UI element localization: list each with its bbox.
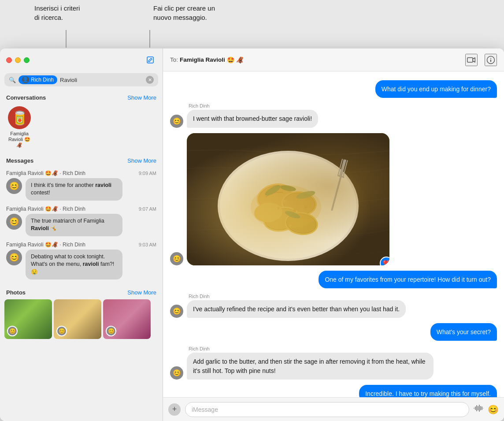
search-clear-button[interactable]: ✕ <box>146 76 154 84</box>
bubble-wrap: Rich Dinh Add garlic to the butter, and … <box>187 346 434 380</box>
msg-item-header: Famiglia Ravioli 🤩🦧 · Rich Dinh 9:07 AM <box>6 206 156 212</box>
svg-point-24 <box>293 209 296 212</box>
chat-to-label: To: <box>170 56 178 63</box>
bubble-wrap: Rich Dinh I went with that browned-butte… <box>187 103 318 127</box>
incoming-bubble: I've actually refined the recipe and it'… <box>187 300 406 318</box>
search-icon: 🔍 <box>9 77 16 83</box>
maximize-button[interactable] <box>24 57 30 63</box>
svg-point-12 <box>281 190 318 217</box>
svg-rect-32 <box>341 160 346 177</box>
svg-point-28 <box>251 185 321 229</box>
svg-point-27 <box>289 224 292 227</box>
chat-avatar: 😊 <box>170 366 183 380</box>
message-row-image: 😊 <box>170 133 497 265</box>
msg-item-header: Famiglia Ravioli 🤩🦧 · Rich Dinh 9:03 AM <box>6 242 156 248</box>
bubble-wrap: Rich Dinh I've actually refined the reci… <box>187 294 406 318</box>
photo-thumb-3[interactable]: 😊 <box>103 299 151 339</box>
audio-icon[interactable] <box>474 405 483 414</box>
search-tag-avatar: 👤 <box>22 76 29 83</box>
add-attachment-button[interactable]: + <box>168 403 181 416</box>
svg-point-11 <box>256 182 294 212</box>
svg-point-8 <box>218 151 359 261</box>
msg-avatar: 😊 <box>6 250 22 265</box>
svg-rect-2 <box>147 57 153 63</box>
outgoing-bubble: Incredible. I have to try making this fo… <box>359 385 497 397</box>
bubble-wrap: What's your secret? <box>430 323 497 341</box>
photo-thumb-2[interactable]: 😊 <box>54 299 101 339</box>
message-item[interactable]: Famiglia Ravioli 🤩🦧 · Rich Dinh 9:09 AM … <box>4 168 158 203</box>
message-input-field[interactable]: iMessage <box>185 402 469 417</box>
outgoing-bubble: One of my favorites from your repertoire… <box>319 271 497 288</box>
conversations-show-more[interactable]: Show More <box>127 94 156 101</box>
chat-messages: What did you end up making for dinner? 😊… <box>163 71 504 397</box>
photo-avatar-badge-2: 😊 <box>56 326 67 336</box>
svg-point-23 <box>283 200 286 203</box>
chat-panel: To: Famiglia Ravioli 🤩 🦧 <box>163 48 504 421</box>
ravioli-image[interactable]: ❤️ <box>187 133 389 265</box>
compose-button[interactable] <box>144 54 156 66</box>
msg-item-header: Famiglia Ravioli 🤩🦧 · Rich Dinh 9:09 AM <box>6 170 156 176</box>
photos-show-more[interactable]: Show More <box>127 289 156 296</box>
conversation-label: FamigliaRavioli 🤩🦧 <box>6 131 33 149</box>
svg-point-9 <box>220 153 356 259</box>
search-tag-name: Rich Dinh <box>31 77 54 83</box>
svg-point-10 <box>254 179 296 215</box>
message-item[interactable]: Famiglia Ravioli 🤩🦧 · Rich Dinh 9:07 AM … <box>4 203 158 239</box>
search-query-text: Ravioli <box>60 77 143 83</box>
video-icon <box>467 57 476 63</box>
ravioli-image-svg <box>187 133 389 265</box>
chat-contact-name: Famiglia Ravioli <box>180 56 225 63</box>
msg-item-body: 😊 Debating what to cook tonight. What's … <box>6 250 156 280</box>
bubble-wrap: What did you end up making for dinner? <box>375 80 497 98</box>
msg-group-name: Famiglia Ravioli 🤩🦧 · Rich Dinh <box>6 170 85 176</box>
conversations-section: Conversations Show More 🥫 FamigliaRaviol… <box>0 91 163 154</box>
annotation-right: Fai clic per creare un nuovo messaggio. <box>153 4 215 22</box>
info-icon <box>486 56 495 64</box>
svg-point-25 <box>277 207 280 209</box>
sender-name: Rich Dinh <box>189 346 210 351</box>
svg-rect-30 <box>337 159 343 176</box>
sender-name: Rich Dinh <box>189 103 210 108</box>
close-button[interactable] <box>6 57 12 63</box>
svg-rect-31 <box>339 159 345 176</box>
traffic-lights <box>6 57 30 63</box>
conversations-title: Conversations <box>6 94 46 101</box>
conversations-header: Conversations Show More <box>4 91 158 104</box>
photo-thumb-1[interactable]: 😊 <box>4 299 52 339</box>
info-button[interactable] <box>485 54 497 66</box>
svg-rect-29 <box>331 159 346 211</box>
compose-icon <box>146 56 154 64</box>
svg-point-17 <box>285 212 317 235</box>
msg-group-name: Famiglia Ravioli 🤩🦧 · Rich Dinh <box>6 206 85 212</box>
msg-group-name: Famiglia Ravioli 🤩🦧 · Rich Dinh <box>6 242 85 248</box>
sender-name: Rich Dinh <box>189 294 210 299</box>
svg-point-20 <box>280 184 296 192</box>
msg-item-body: 😊 I think it's time for another ravioli … <box>6 178 156 201</box>
msg-avatar: 😊 <box>6 214 22 230</box>
messages-show-more[interactable]: Show More <box>127 157 156 164</box>
chat-header: To: Famiglia Ravioli 🤩 🦧 <box>163 48 504 71</box>
msg-bubble-preview: The true matriarch of Famiglia Ravioli 🤸 <box>26 214 122 236</box>
conversation-item[interactable]: 🥫 FamigliaRavioli 🤩🦧 <box>6 106 33 149</box>
search-bar[interactable]: 🔍 👤 Rich Dinh Ravioli ✕ <box>4 73 158 86</box>
plus-icon: + <box>172 405 177 414</box>
minimize-button[interactable] <box>15 57 21 63</box>
input-placeholder: iMessage <box>192 406 218 413</box>
conversation-avatar: 🥫 <box>8 106 31 129</box>
svg-point-13 <box>282 192 316 216</box>
svg-point-19 <box>263 183 282 197</box>
message-row: One of my favorites from your repertoire… <box>170 271 497 288</box>
messages-title: Messages <box>6 157 33 164</box>
incoming-bubble: I went with that browned-butter sage rav… <box>187 110 318 127</box>
incoming-bubble: Add garlic to the butter, and then stir … <box>187 353 434 380</box>
message-row: 😊 Rich Dinh Add garlic to the butter, an… <box>170 346 497 380</box>
image-container: ❤️ <box>187 133 389 265</box>
waveform-icon <box>474 405 483 412</box>
message-row: Incredible. I have to try making this fo… <box>170 385 497 397</box>
emoji-button[interactable]: 😊 <box>488 404 499 415</box>
msg-time: 9:07 AM <box>139 206 156 212</box>
svg-point-15 <box>263 205 300 232</box>
annotations: Inserisci i criteri di ricerca. Fai clic… <box>0 0 504 48</box>
message-item[interactable]: Famiglia Ravioli 🤩🦧 · Rich Dinh 9:03 AM … <box>4 239 158 283</box>
video-call-button[interactable] <box>465 54 478 66</box>
